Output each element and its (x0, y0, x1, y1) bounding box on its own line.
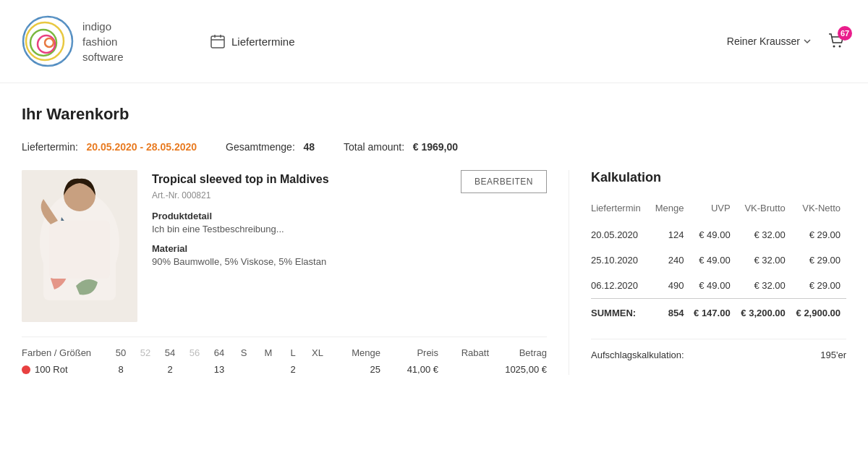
row-betrag: 1025,00 € (489, 364, 547, 375)
kalk-summen-uvp: € 147.00 (689, 299, 736, 326)
kalk-row-2: 25.10.2020 240 € 49.00 € 32.00 € 29.00 (591, 247, 846, 273)
svg-point-10 (833, 45, 835, 47)
header-rabatt: Rabatt (438, 347, 489, 358)
produktdetail-value: Ich bin eine Testbeschreibung... (152, 224, 547, 234)
kalk-row-3: 06.12.2020 490 € 49.00 € 32.00 € 29.00 (591, 273, 846, 299)
kalk-header-vk-brutto: VK-Brutto (736, 198, 791, 222)
order-meta: Liefertermin: 20.05.2020 - 28.05.2020 Ge… (22, 141, 846, 153)
logo-text: indigo fashion software (82, 19, 124, 64)
svg-point-11 (839, 45, 841, 47)
size-val-56 (182, 364, 207, 375)
svg-point-4 (45, 38, 54, 47)
kalk-brutto-3: € 32.00 (736, 273, 791, 299)
left-panel: Tropical sleeved top in Maldives Art.-Nr… (22, 170, 569, 375)
header-size-xl: XL (305, 347, 330, 358)
header-betrag: Betrag (489, 347, 547, 358)
kalk-uvp-1: € 49.00 (689, 222, 736, 247)
header-sizes: 50 52 54 56 64 S M L XL (109, 347, 330, 358)
row-menge: 25 (330, 364, 380, 375)
liefertermin-meta: Liefertermin: 20.05.2020 - 28.05.2020 (22, 141, 197, 153)
kalkulation-panel: Kalkulation Liefertermin Menge UVP VK-Br… (569, 170, 846, 375)
size-table: Farben / Größen 50 52 54 56 64 S M L XL … (22, 337, 547, 375)
kalk-summen-label: SUMMEN: (591, 299, 652, 326)
content-area: Tropical sleeved top in Maldives Art.-Nr… (22, 170, 846, 375)
size-val-l: 2 (281, 364, 305, 375)
kalkulation-title: Kalkulation (591, 170, 846, 185)
header-size-50: 50 (109, 347, 133, 358)
color-cell: 100 Rot (22, 364, 109, 375)
gesamtmenge-value: 48 (303, 141, 315, 153)
material-value: 90% Baumwolle, 5% Viskose, 5% Elastan (152, 256, 547, 267)
row-preis: 41,00 € (380, 364, 438, 375)
header-size-54: 54 (158, 347, 182, 358)
liefertermine-label: Liefertermine (231, 35, 295, 48)
aufschlag-row: Aufschlagskalkulation: 195'er (591, 339, 846, 360)
size-row-rot: 100 Rot 8 2 13 2 25 41,00 € (22, 364, 547, 375)
gesamtmenge-meta: Gesamtmenge: 48 (226, 141, 315, 153)
header-size-l: L (281, 347, 305, 358)
header-size-56: 56 (182, 347, 207, 358)
kalk-row-1: 20.05.2020 124 € 49.00 € 32.00 € 29.00 (591, 222, 846, 247)
kalk-summen-brutto: € 3,200.00 (736, 299, 791, 326)
kalk-date-2: 25.10.2020 (591, 247, 652, 273)
main-content: Ihr Warenkorb Liefertermin: 20.05.2020 -… (0, 83, 868, 397)
header-menge: Menge (330, 347, 380, 358)
kalk-menge-1: 124 (652, 222, 689, 247)
header-farben: Farben / Größen (22, 347, 109, 358)
color-name: 100 Rot (35, 364, 68, 375)
cart-badge: 67 (838, 26, 852, 41)
calendar-icon (210, 33, 226, 49)
total-meta: Total amount: € 1969,00 (344, 141, 458, 153)
kalk-netto-1: € 29.00 (791, 222, 846, 247)
kalk-summen-menge: 854 (652, 299, 689, 326)
aufschlag-value: 195'er (820, 350, 846, 360)
user-name-label: Reiner Krausser (727, 35, 800, 47)
header-size-64: 64 (207, 347, 231, 358)
product-card: Tropical sleeved top in Maldives Art.-Nr… (22, 170, 547, 322)
gesamtmenge-label: Gesamtmenge: (226, 141, 295, 153)
kalk-menge-3: 490 (652, 273, 689, 299)
kalk-header-uvp: UVP (689, 198, 736, 222)
svg-rect-6 (211, 36, 224, 48)
kalk-brutto-2: € 32.00 (736, 247, 791, 273)
size-val-64: 13 (207, 364, 231, 375)
kalkulation-table: Liefertermin Menge UVP VK-Brutto VK-Nett… (591, 198, 846, 326)
header-size-s: S (231, 347, 256, 358)
cart-button[interactable]: 67 (826, 30, 846, 53)
kalk-netto-3: € 29.00 (791, 273, 846, 299)
header-preis: Preis (380, 347, 438, 358)
kalk-header-vk-netto: VK-Netto (791, 198, 846, 222)
size-val-xl (305, 364, 330, 375)
product-image (22, 170, 137, 322)
kalk-header-liefertermin: Liefertermin (591, 198, 652, 222)
size-val-54: 2 (158, 364, 182, 375)
kalk-date-1: 20.05.2020 (591, 222, 652, 247)
size-val-s (231, 364, 256, 375)
size-val-m (256, 364, 281, 375)
page-title: Ihr Warenkorb (22, 105, 846, 124)
svg-rect-16 (49, 221, 110, 279)
kalk-menge-2: 240 (652, 247, 689, 273)
total-value: € 1969,00 (413, 141, 458, 153)
chevron-down-icon (803, 37, 812, 46)
kalk-netto-2: € 29.00 (791, 247, 846, 273)
produktdetail-title: Produktdetail (152, 211, 547, 221)
color-dot (22, 365, 30, 374)
size-val-52 (133, 364, 158, 375)
kalk-brutto-1: € 32.00 (736, 222, 791, 247)
kalk-summen-row: SUMMEN: 854 € 147.00 € 3,200.00 € 2,900.… (591, 299, 846, 326)
size-val-50: 8 (109, 364, 133, 375)
nav-liefertermine[interactable]: Liefertermine (210, 33, 295, 49)
user-menu[interactable]: Reiner Krausser (727, 35, 812, 47)
bearbeiten-button[interactable]: BEARBEITEN (461, 170, 547, 193)
total-label: Total amount: (344, 141, 404, 153)
kalk-header-menge: Menge (652, 198, 689, 222)
liefertermin-meta-value: 20.05.2020 - 28.05.2020 (86, 141, 197, 153)
liefertermin-meta-label: Liefertermin: (22, 141, 78, 153)
header-size-m: M (256, 347, 281, 358)
kalk-uvp-3: € 49.00 (689, 273, 736, 299)
header-right: Reiner Krausser 67 (727, 30, 846, 53)
aufschlag-label: Aufschlagskalkulation: (591, 350, 684, 360)
kalk-summen-netto: € 2,900.00 (791, 299, 846, 326)
size-values: 8 2 13 2 (109, 364, 330, 375)
